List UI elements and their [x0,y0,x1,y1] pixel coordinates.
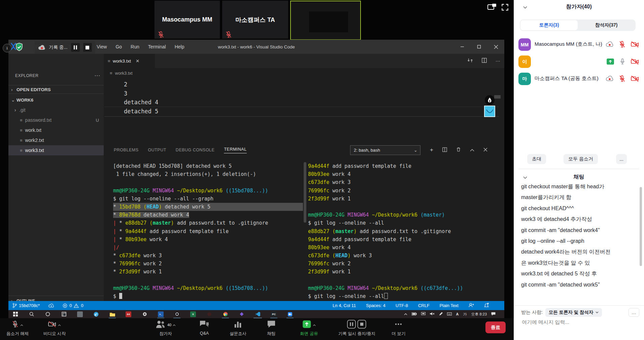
file-item-work2-txt[interactable]: ≡work2.txt [8,135,104,145]
indentation[interactable]: Spaces: 4 [366,303,385,308]
display-icon[interactable] [421,312,426,316]
view-gallery-icon[interactable] [487,3,497,12]
action-center-icon[interactable] [491,312,496,316]
terminal-scrollbar[interactable] [304,162,306,223]
participants-action-button[interactable]: 모두 음소거 [564,154,598,164]
toolbar-unmute-button[interactable]: 음소거 해제 [6,319,29,337]
chevron-up-icon[interactable] [173,323,176,327]
branch-indicator[interactable]: 15bd708c* [12,303,40,308]
chat-input[interactable] [521,319,634,325]
battery-icon[interactable] [412,312,417,316]
editor-content[interactable]: 23detached 4detached 5 [124,80,158,116]
participants-tab[interactable]: 참석자(37) [578,20,635,30]
clock[interactable]: 오후 8:23 [471,312,487,317]
menu-go[interactable]: Go [115,44,122,49]
participants-action-button[interactable]: 초대 [527,154,546,164]
folder-root[interactable]: ⌄ WORK6 [8,95,104,105]
toolbar-video-button[interactable]: 비디오 시작 [43,319,66,337]
toolbar-share-button[interactable]: 화면 공유 [300,319,318,337]
stop-recording-button[interactable] [83,43,92,52]
participants-more-button[interactable]: ... [616,154,627,164]
chevron-up-icon[interactable] [313,323,316,327]
split-editor-icon[interactable] [482,58,487,64]
minimize-button[interactable] [454,40,471,54]
sync-indicator[interactable] [48,303,54,308]
terminal-shell-select[interactable]: 2: bash, bash ⌄ [350,145,420,155]
recipient-dropdown[interactable]: 모든 토론자 및 참석자 [545,308,602,317]
participants-tab[interactable]: 토론자(3) [520,20,578,30]
taskbar-file-explorer-icon[interactable] [109,311,115,317]
touch-keyboard-icon[interactable] [447,312,452,316]
taskbar-task-view-icon[interactable] [61,311,67,317]
notifications-bell-icon[interactable] [484,303,489,309]
toolbar-poll-button[interactable]: 설문조사 [230,319,246,337]
file-item-work-txt[interactable]: ≡work.txt [8,125,104,135]
terminal-pane-right[interactable]: 9a4d44f add password template file80b93e… [308,162,463,300]
taskbar-obs-icon[interactable] [174,311,180,317]
chat-message-list[interactable]: git checkout master를 통해 head가master를가리키게… [521,184,639,300]
panel-tab-output[interactable]: OUTPUT [148,148,166,152]
menu-view[interactable]: View [97,44,107,49]
pen-icon[interactable] [439,312,443,316]
participant-row[interactable]: 마마소캠퍼스 TA (공동 호스트) [514,70,644,87]
video-tile[interactable]: 마소캠퍼스 TA [222,1,288,39]
taskbar-v64-icon[interactable]: 64 [126,311,131,317]
taskbar-chrome-icon[interactable] [223,311,228,317]
tray-chevron-icon[interactable] [404,312,407,316]
pause-recording-button[interactable] [71,43,80,52]
taskbar-kakaotalk-icon[interactable] [206,311,212,317]
file-item--git[interactable]: ›.git [8,105,104,115]
menu-help[interactable]: Help [175,44,184,49]
taskbar-edge-icon[interactable] [93,311,99,317]
encoding[interactable]: UTF-8 [396,303,408,308]
info-icon[interactable]: i [3,44,11,52]
more-actions-icon[interactable]: ··· [496,58,500,64]
annotate-pen-icon[interactable] [485,95,495,105]
close-panel-icon[interactable] [483,147,487,153]
close-button[interactable] [487,40,504,54]
video-tile[interactable] [290,1,361,40]
panel-tab-debug-console[interactable]: DEBUG CONSOLE [176,148,215,152]
open-changes-icon[interactable] [467,58,473,64]
split-terminal-icon[interactable] [442,147,447,153]
maximize-panel-icon[interactable] [470,147,474,153]
breadcrumb[interactable]: ≡ work3.txt [104,68,504,78]
taskbar-terminal-app-icon[interactable]: >_ [158,311,164,317]
taskbar-cortana-icon[interactable] [45,311,50,317]
taskbar-start-icon[interactable] [12,311,18,317]
kill-terminal-icon[interactable] [456,147,461,153]
taskbar-excel-icon[interactable]: X [190,311,196,317]
file-item-work3-txt[interactable]: ≡work3.txt [8,145,104,155]
toolbar-qa-button[interactable]: Q&A [199,319,209,336]
file-item-password-txt[interactable]: ≡password.txtU [8,115,104,125]
ime-korean-indicator[interactable]: 가 [463,312,467,317]
menu-run[interactable]: Run [131,44,139,49]
taskbar-settings-icon[interactable] [142,311,147,317]
taskbar-pycharm-icon[interactable]: PC [271,311,277,317]
explorer-more-icon[interactable]: ··· [95,73,100,79]
tab-close-icon[interactable]: ✕ [136,58,139,64]
toolbar-chat-button[interactable]: 채팅 [267,319,276,337]
cursor-position[interactable]: Ln 4, Col 11 [333,303,356,308]
participant-row[interactable]: MMMasocampus MM (호스트, 나) [514,36,644,53]
chevron-up-icon[interactable] [58,323,61,327]
ime-latin-indicator[interactable]: A [456,312,459,316]
toolbar-record-button[interactable]: 기록 일시 중지/중지 [338,319,375,337]
terminal-pane-left[interactable]: [detached HEAD 15bd708] detached work 5 … [113,162,303,300]
editor-scrollbar[interactable] [494,95,501,99]
chevron-up-icon[interactable] [20,323,23,327]
speaker-muted-icon[interactable] [430,312,435,316]
language-mode[interactable]: Plain Text [440,303,459,308]
maximize-button[interactable] [471,40,487,54]
menu-terminal[interactable]: Terminal [148,44,166,49]
toolbar-participants-button[interactable]: 40참가자 [156,319,176,337]
new-terminal-icon[interactable]: + [430,147,433,153]
tab-work3[interactable]: ≡ work3.txt ✕ [104,54,155,68]
chat-more-button[interactable]: ... [629,308,639,317]
open-editors-section[interactable]: › OPEN EDITORS [8,85,104,94]
chat-scrollbar[interactable] [640,187,642,266]
taskbar-diamond-app-icon[interactable] [239,311,244,317]
eol[interactable]: CRLF [418,303,430,308]
fullscreen-icon[interactable] [501,3,509,12]
panel-tab-problems[interactable]: PROBLEMS [114,148,138,152]
